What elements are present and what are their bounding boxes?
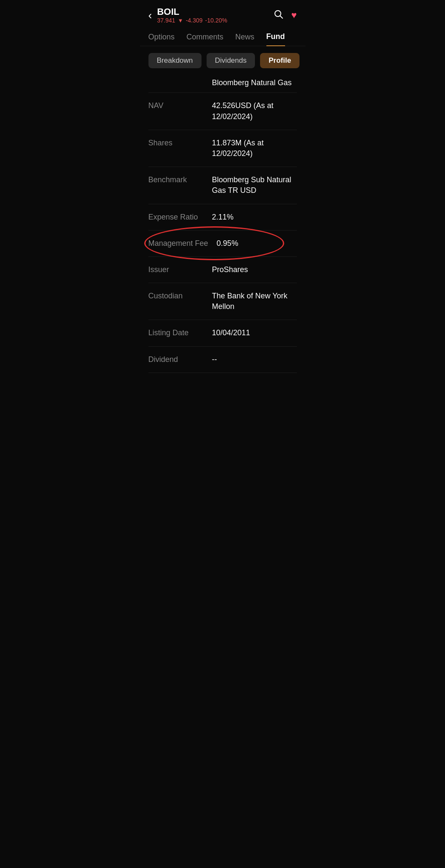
heart-icon[interactable]: ♥ bbox=[291, 10, 297, 21]
row-value: 42.526USD (As at 12/02/2024) bbox=[212, 100, 297, 122]
header: ‹ BOIL 37.941 ▼ -4.309 -10.20% ♥ bbox=[140, 0, 305, 29]
profile-row: IssuerProShares bbox=[148, 257, 297, 283]
ticker-symbol: BOIL bbox=[157, 7, 227, 17]
ticker-change-pct: -10.20% bbox=[205, 17, 227, 24]
back-button[interactable]: ‹ bbox=[148, 10, 152, 21]
row-label: Management Fee bbox=[148, 238, 208, 249]
row-value: 2.11% bbox=[212, 212, 297, 223]
row-label: Issuer bbox=[148, 264, 204, 275]
subtab-dividends[interactable]: Dividends bbox=[207, 53, 255, 68]
row-label: Custodian bbox=[148, 291, 204, 301]
profile-row: NAV42.526USD (As at 12/02/2024) bbox=[148, 93, 297, 130]
profile-row: Listing Date10/04/2011 bbox=[148, 320, 297, 346]
row-label: Expense Ratio bbox=[148, 212, 204, 223]
subtab-profile[interactable]: Profile bbox=[260, 53, 299, 68]
profile-row: Expense Ratio2.11% bbox=[148, 204, 297, 231]
partial-row-value: Bloomberg Natural Gas bbox=[212, 78, 297, 88]
ticker-change: -4.309 bbox=[186, 17, 203, 24]
profile-content: Bloomberg Natural Gas NAV42.526USD (As a… bbox=[140, 73, 305, 373]
ticker-info: BOIL 37.941 ▼ -4.309 -10.20% bbox=[157, 7, 227, 24]
profile-row: Management Fee0.95% bbox=[148, 231, 297, 257]
partial-row: Bloomberg Natural Gas bbox=[148, 73, 297, 93]
header-right: ♥ bbox=[273, 9, 297, 22]
row-value: The Bank of New York Mellon bbox=[212, 291, 297, 312]
row-value: 10/04/2011 bbox=[212, 328, 297, 338]
row-label: Benchmark bbox=[148, 175, 204, 185]
tab-fund[interactable]: Fund bbox=[266, 32, 285, 46]
ticker-price-row: 37.941 ▼ -4.309 -10.20% bbox=[157, 17, 227, 24]
row-value: -- bbox=[212, 354, 297, 365]
row-value: Bloomberg Sub Natural Gas TR USD bbox=[212, 175, 297, 196]
sub-tabs: Breakdown Dividends Profile bbox=[140, 46, 305, 73]
search-icon[interactable] bbox=[273, 9, 283, 22]
row-label: Listing Date bbox=[148, 328, 204, 338]
tab-comments[interactable]: Comments bbox=[187, 33, 224, 46]
row-label: Shares bbox=[148, 138, 204, 148]
nav-tabs: Options Comments News Fund bbox=[140, 29, 305, 46]
profile-rows: NAV42.526USD (As at 12/02/2024)Shares11.… bbox=[148, 93, 297, 373]
profile-row: Shares11.873M (As at 12/02/2024) bbox=[148, 130, 297, 167]
header-left: ‹ BOIL 37.941 ▼ -4.309 -10.20% bbox=[148, 7, 227, 24]
profile-row: Dividend-- bbox=[148, 347, 297, 373]
ticker-arrow: ▼ bbox=[178, 17, 183, 24]
row-label: Dividend bbox=[148, 354, 204, 365]
row-value: ProShares bbox=[212, 264, 297, 275]
profile-row: BenchmarkBloomberg Sub Natural Gas TR US… bbox=[148, 167, 297, 204]
svg-line-1 bbox=[280, 16, 283, 19]
tab-options[interactable]: Options bbox=[148, 33, 175, 46]
row-value: 11.873M (As at 12/02/2024) bbox=[212, 138, 297, 159]
ticker-price: 37.941 bbox=[157, 17, 175, 24]
tab-news[interactable]: News bbox=[235, 33, 255, 46]
row-value: 0.95% bbox=[217, 238, 297, 249]
row-label: NAV bbox=[148, 100, 204, 111]
profile-row: CustodianThe Bank of New York Mellon bbox=[148, 283, 297, 320]
subtab-breakdown[interactable]: Breakdown bbox=[148, 53, 202, 68]
